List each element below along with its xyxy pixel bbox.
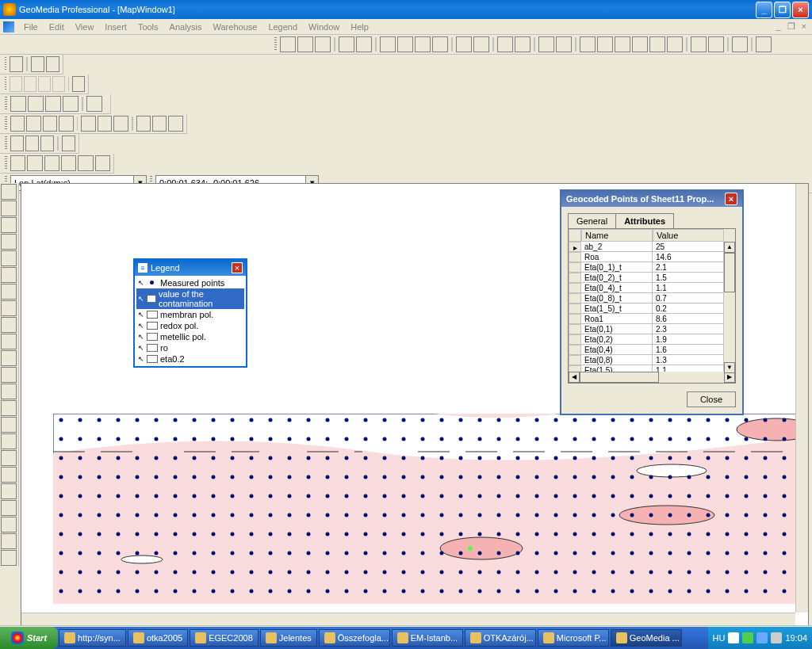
vtb-btn[interactable]	[1, 417, 17, 433]
tb-btn[interactable]	[356, 36, 372, 52]
vtb-btn[interactable]	[1, 217, 17, 233]
tb-btn[interactable]	[43, 116, 57, 132]
tb-btn[interactable]	[667, 36, 683, 52]
tab-general[interactable]: General	[568, 213, 616, 228]
cell-name[interactable]: Eta(0_8)_t	[581, 293, 653, 304]
tb-btn[interactable]	[38, 76, 51, 92]
table-row[interactable]: Eta(0_4)_t1.1	[569, 283, 735, 293]
cell-value[interactable]: 2.1	[653, 262, 724, 273]
scroll-right-icon[interactable]: ▶	[724, 372, 735, 383]
cell-name[interactable]: Eta(0_4)_t	[581, 283, 653, 293]
cell-name[interactable]: Eta(1_5)_t	[581, 304, 653, 314]
tb-btn[interactable]	[597, 36, 613, 52]
legend-titlebar[interactable]: ≡ Legend ×	[135, 260, 246, 276]
legend-item[interactable]: ↖eta0.2	[136, 353, 244, 365]
cell-value[interactable]: 14.6	[653, 252, 724, 262]
cell-value[interactable]: 8.6	[653, 314, 724, 324]
tb-btn[interactable]	[339, 36, 354, 52]
cell-name[interactable]: Eta(0_2)_t	[581, 273, 653, 283]
menu-analysis[interactable]: Analysis	[165, 21, 207, 33]
properties-close-button[interactable]: ×	[725, 193, 737, 205]
tb-btn[interactable]	[45, 96, 61, 112]
vtb-btn[interactable]	[1, 350, 17, 366]
taskbar-item[interactable]: EM-Istanb...	[392, 629, 463, 647]
tb-btn[interactable]	[52, 76, 65, 92]
cell-value[interactable]: 0.2	[653, 304, 724, 314]
tb-btn[interactable]	[24, 76, 36, 92]
cell-name[interactable]: Roa1	[581, 314, 653, 324]
tb-btn[interactable]	[538, 36, 554, 52]
menu-insert[interactable]: Insert	[100, 21, 132, 33]
cell-value[interactable]: 1.6	[653, 345, 724, 355]
cell-value[interactable]: 1.1	[653, 283, 724, 293]
vtb-btn[interactable]	[1, 400, 17, 416]
tray-icon[interactable]	[756, 632, 768, 643]
tb-btn[interactable]	[61, 155, 76, 171]
taskbar-item[interactable]: Jelentes	[260, 629, 317, 647]
vtb-btn[interactable]	[1, 184, 17, 200]
tb-btn[interactable]	[28, 96, 44, 112]
tb-btn[interactable]	[168, 116, 182, 132]
legend-item[interactable]: ↖Measured points	[136, 277, 244, 288]
scroll-up-icon[interactable]: ▲	[724, 242, 735, 253]
tb-btn[interactable]	[456, 36, 472, 52]
tb-btn[interactable]	[31, 56, 44, 72]
vtb-btn[interactable]	[1, 467, 17, 483]
legend-item[interactable]: ↖value of the contamination	[136, 288, 244, 309]
map-scrollbar-vertical[interactable]	[795, 184, 808, 613]
taskbar-item[interactable]: http://syn...	[59, 629, 126, 647]
tb-btn[interactable]	[113, 116, 128, 132]
vtb-btn[interactable]	[1, 267, 17, 283]
tb-btn[interactable]	[81, 116, 95, 132]
table-row[interactable]: Eta(0,1)2.3	[569, 324, 735, 334]
mdi-close[interactable]: ×	[799, 21, 809, 32]
table-row[interactable]: Roa14.6	[569, 252, 735, 262]
start-button[interactable]: Start	[0, 627, 58, 649]
table-row[interactable]: Eta(1_5)_t0.2	[569, 304, 735, 314]
tb-btn[interactable]	[315, 36, 331, 52]
tb-btn[interactable]	[756, 36, 772, 52]
tb-btn[interactable]	[380, 36, 396, 52]
legend-item[interactable]: ↖metellic pol.	[136, 331, 244, 342]
system-tray[interactable]: HU 19:04	[708, 627, 812, 649]
tb-btn[interactable]	[397, 36, 413, 52]
scroll-left-icon[interactable]: ◀	[569, 372, 580, 383]
tb-btn[interactable]	[280, 36, 296, 52]
cell-value[interactable]: 2.3	[653, 324, 724, 334]
tb-btn[interactable]	[10, 76, 22, 92]
tb-btn[interactable]	[432, 36, 448, 52]
taskbar-item[interactable]: GeoMedia ...	[611, 629, 682, 647]
tb-btn[interactable]	[732, 36, 748, 52]
menu-window[interactable]: Window	[304, 21, 344, 33]
legend-item[interactable]: ↖redox pol.	[136, 320, 244, 331]
tb-btn[interactable]	[27, 155, 42, 171]
tb-btn[interactable]	[556, 36, 572, 52]
tb-btn[interactable]	[473, 36, 489, 52]
maximize-button[interactable]: ❐	[774, 2, 791, 18]
tray-icon[interactable]	[728, 632, 739, 643]
cell-name[interactable]: Eta(0,4)	[581, 345, 653, 355]
tray-icon[interactable]	[771, 632, 782, 643]
table-row[interactable]: ▸ab_225	[569, 242, 735, 252]
vtb-btn[interactable]	[1, 384, 17, 399]
tb-btn[interactable]	[44, 155, 59, 171]
tb-btn[interactable]	[26, 116, 40, 132]
vtb-btn[interactable]	[1, 234, 17, 250]
legend-item[interactable]: ↖membran pol.	[136, 309, 244, 320]
menu-view[interactable]: View	[71, 21, 99, 33]
tb-btn[interactable]	[297, 36, 313, 52]
tb-btn[interactable]	[10, 116, 25, 132]
menu-help[interactable]: Help	[346, 21, 373, 33]
tb-btn[interactable]	[152, 116, 167, 132]
cell-value[interactable]: 1.1	[653, 365, 724, 372]
tb-btn[interactable]	[415, 36, 431, 52]
vtb-btn[interactable]	[1, 284, 17, 300]
cell-name[interactable]: Eta(1,5)	[581, 365, 653, 372]
vtb-btn[interactable]	[1, 334, 17, 349]
table-row[interactable]: Eta(0,8)1.3	[569, 355, 735, 365]
table-row[interactable]: Eta(0_2)_t1.5	[569, 273, 735, 283]
close-button[interactable]: ×	[792, 2, 809, 18]
tb-btn[interactable]	[10, 155, 25, 171]
tb-btn[interactable]	[515, 36, 530, 52]
tray-icon[interactable]	[742, 632, 753, 643]
